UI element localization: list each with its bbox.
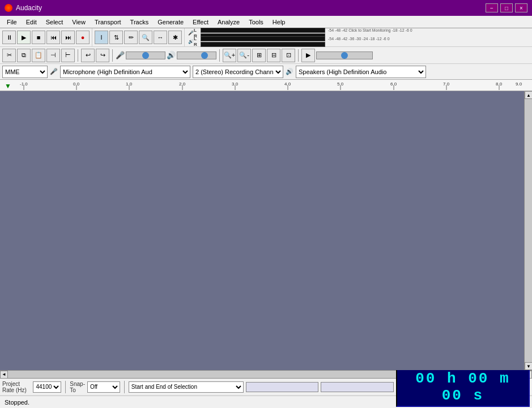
edit-toolbar-row: ✂ ⧉ 📋 ⊣ ⊢ ↩ ↪ 🎤 🔊 🔍+ 🔍- ⊞ ⊟ ⊡ ▶ (0, 47, 532, 64)
paste-button[interactable]: 📋 (32, 49, 45, 62)
fit-project-button[interactable]: ⊞ (252, 49, 266, 62)
svg-text:2.0: 2.0 (179, 81, 186, 87)
bottom-separator-2 (124, 381, 125, 393)
bottom-separator-1 (65, 381, 66, 393)
menu-item-file[interactable]: File (2, 18, 22, 27)
selection-end-input[interactable]: 00 h 00 m 00.000 s (324, 384, 390, 390)
menu-item-transport[interactable]: Transport (90, 18, 126, 27)
host-select[interactable]: MME Windows DirectSound Windows WASAPI (2, 66, 48, 78)
toolbars-container: ⏸ ▶ ■ ⏮ ⏭ ● I ⇅ ✏ 🔍 ↔ ✱ 🎤 (0, 28, 532, 80)
vu-output-r-bar[interactable] (201, 42, 325, 47)
bottom-row1: Project Rate (Hz) 44100 22050 48000 Snap… (0, 379, 532, 396)
svg-text:0.0: 0.0 (73, 81, 80, 87)
scroll-down-button[interactable]: ▼ (525, 362, 532, 370)
vu-section: 🎤 L -54 -48 -42 Click to Start Monitorin… (185, 28, 416, 46)
project-rate-label: Project Rate (Hz) (2, 381, 31, 393)
vu-output-row: 🔊 L -54 -48 -42 -36 -30 -24 -18 -12 -6 0… (188, 38, 412, 45)
svg-text:7.0: 7.0 (443, 81, 450, 87)
status-text: Stopped. (5, 399, 29, 406)
title-bar-left: Audacity (5, 4, 42, 12)
copy-button[interactable]: ⧉ (17, 49, 31, 62)
menu-item-tools[interactable]: Tools (244, 18, 268, 27)
title-bar-controls: − □ × (486, 3, 527, 12)
cut-button[interactable]: ✂ (2, 49, 16, 62)
menu-item-generate[interactable]: Generate (153, 18, 188, 27)
snap-to-select[interactable]: Off Nearest Prior (87, 381, 120, 393)
vu-output-r-label: R (194, 42, 199, 47)
restore-button[interactable]: □ (500, 3, 513, 12)
selection-start-time[interactable]: 00 h 00 m 00.000 s (246, 382, 318, 392)
play-button[interactable]: ▶ (17, 31, 31, 44)
transport-section: ⏸ ▶ ■ ⏮ ⏭ ● (0, 28, 92, 46)
menu-item-analyze[interactable]: Analyze (213, 18, 244, 27)
envelope-tool-button[interactable]: ⇅ (109, 31, 123, 44)
mic-device-icon: 🎤 (50, 68, 58, 75)
time-display: 00 h 00 m 00 s (396, 367, 530, 407)
selection-start-input[interactable]: 00 h 00 m 00.000 s (249, 384, 316, 390)
svg-text:8.0: 8.0 (496, 81, 503, 87)
speakers-select[interactable]: Speakers (High Definition Audio (296, 66, 426, 78)
svg-text:6.0: 6.0 (390, 81, 397, 87)
svg-text:4.0: 4.0 (284, 81, 291, 87)
redo-button[interactable]: ↪ (96, 49, 109, 62)
multi-tool-button[interactable]: ✱ (168, 31, 182, 44)
zoom-sel-button[interactable]: ⊟ (267, 49, 280, 62)
selection-tool-button[interactable]: I (95, 31, 108, 44)
toolbar-separator-4 (298, 49, 299, 62)
close-button[interactable]: × (515, 3, 527, 12)
zoom-in-button[interactable]: 🔍+ (223, 49, 236, 62)
timeshift-tool-button[interactable]: ↔ (154, 31, 167, 44)
selection-end-time[interactable]: 00 h 00 m 00.000 s (321, 382, 393, 392)
svg-text:3.0: 3.0 (232, 81, 239, 87)
toolbar-separator-3 (219, 49, 220, 62)
skip-start-button[interactable]: ⏮ (46, 31, 60, 44)
draw-tool-button[interactable]: ✏ (124, 31, 138, 44)
undo-button[interactable]: ↩ (81, 49, 95, 62)
menu-item-effect[interactable]: Effect (188, 18, 213, 27)
channels-select[interactable]: 2 (Stereo) Recording Chann 1 (Mono) Reco… (193, 66, 283, 78)
menu-item-tracks[interactable]: Tracks (126, 18, 154, 27)
trim-button[interactable]: ⊣ (46, 49, 60, 62)
vu-input-l-bar[interactable] (201, 28, 325, 33)
stop-button[interactable]: ■ (32, 31, 45, 44)
bottom-bar: Project Rate (Hz) 44100 22050 48000 Snap… (0, 378, 532, 408)
svg-text:5.0: 5.0 (337, 81, 344, 87)
svg-text:9.0: 9.0 (516, 81, 522, 87)
record-button[interactable]: ● (76, 31, 90, 44)
title-text: Audacity (16, 4, 42, 12)
menu-item-view[interactable]: View (67, 18, 90, 27)
project-rate-group: Project Rate (Hz) 44100 22050 48000 (2, 381, 61, 393)
vu-output-scale: -54 -48 -42 -36 -30 -24 -18 -12 -6 0 (328, 37, 390, 41)
project-rate-select[interactable]: 44100 22050 48000 (33, 381, 61, 393)
scroll-track[interactable] (525, 99, 532, 362)
menu-item-select[interactable]: Select (41, 18, 68, 27)
microphone-select[interactable]: Microphone (High Definition Aud (60, 66, 190, 78)
snap-to-group: Snap-To Off Nearest Prior (70, 381, 120, 393)
vu-output-l-bar[interactable] (201, 36, 325, 41)
speaker-volume-slider[interactable] (177, 51, 216, 59)
zoom-toggle-button[interactable]: ⊡ (282, 49, 295, 62)
silence-button[interactable]: ⊢ (61, 49, 75, 62)
scroll-up-button[interactable]: ▲ (525, 91, 532, 99)
skip-end-button[interactable]: ⏭ (61, 31, 75, 44)
selection-type-select[interactable]: Start and End of Selection Start and Len… (129, 381, 244, 393)
minimize-button[interactable]: − (486, 3, 498, 12)
ruler-svg: ▼ -1.0 0.0 1.0 2.0 3.0 4.0 5.0 6.0 7.0 8… (0, 80, 532, 91)
svg-text:-1.0: -1.0 (20, 81, 28, 87)
play-at-speed-button[interactable]: ▶ (301, 49, 315, 62)
device-row: MME Windows DirectSound Windows WASAPI 🎤… (0, 64, 532, 80)
vu-output-l-label: L (194, 36, 199, 41)
menu-item-edit[interactable]: Edit (22, 18, 41, 27)
spk-device-icon: 🔊 (286, 68, 293, 75)
app-icon (5, 4, 12, 12)
playback-rate-slider[interactable] (316, 51, 373, 59)
pause-button[interactable]: ⏸ (2, 31, 16, 44)
toolbar-separator-1 (78, 49, 78, 62)
zoom-out-button[interactable]: 🔍- (237, 49, 251, 62)
zoom-tool-button[interactable]: 🔍 (139, 31, 152, 44)
scroll-left-button[interactable]: ◄ (0, 371, 8, 379)
mic-volume-slider[interactable] (126, 51, 165, 59)
svg-text:1.0: 1.0 (126, 81, 133, 87)
transport-toolbar: ⏸ ▶ ■ ⏮ ⏭ ● I ⇅ ✏ 🔍 ↔ ✱ 🎤 (0, 28, 532, 47)
menu-item-help[interactable]: Help (268, 18, 290, 27)
